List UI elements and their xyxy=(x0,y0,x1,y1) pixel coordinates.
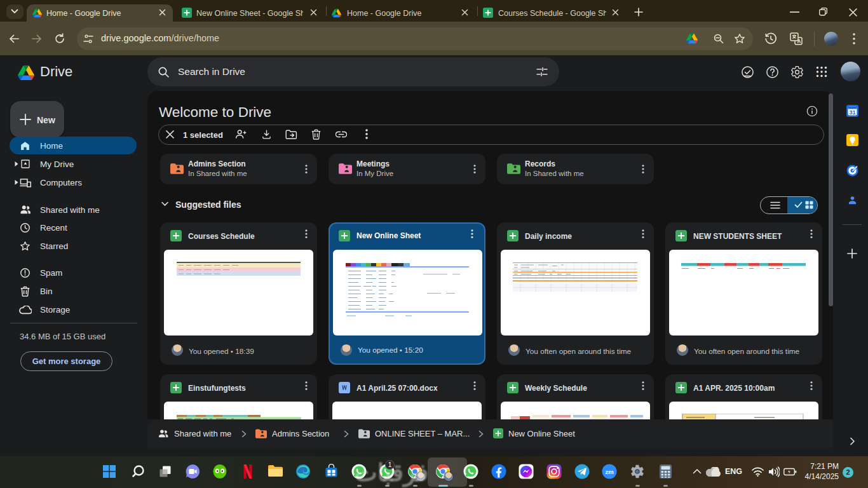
svg-text:zm: zm xyxy=(605,468,613,475)
svg-text:31: 31 xyxy=(849,109,855,116)
